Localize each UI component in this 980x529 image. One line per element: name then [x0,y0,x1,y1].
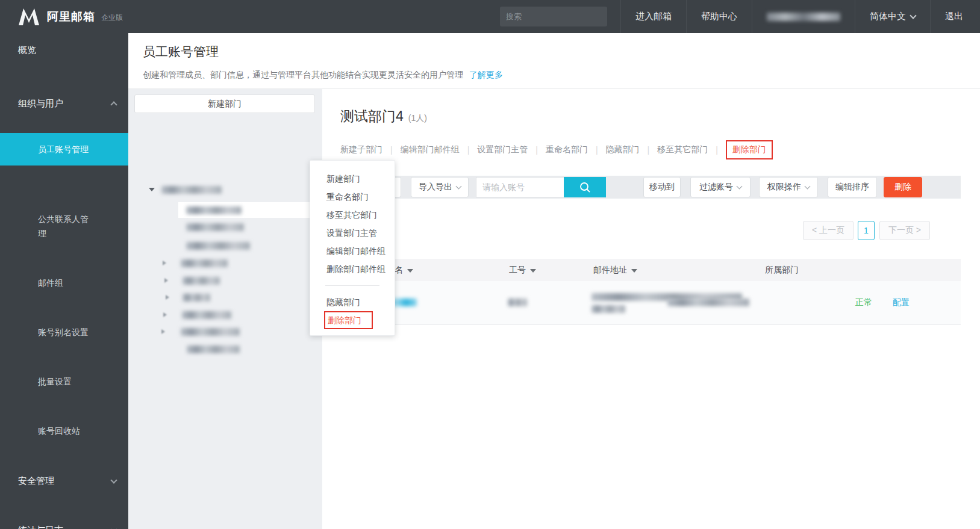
logo-badge: 企业版 [101,13,123,23]
sidebar-item-mail-groups[interactable]: 邮件组 [0,276,128,290]
account-search-button[interactable] [564,177,606,197]
topbar-search-input[interactable] [506,12,612,21]
tree-item[interactable] [164,273,220,288]
context-menu-divider [325,285,379,286]
status-badge: 正常 [855,297,872,308]
context-menu-item-edit-mailgroup[interactable]: 编辑部门邮件组 [310,242,395,260]
delete-button[interactable]: 删除 [884,177,922,197]
next-page-button[interactable]: 下一页 > [879,221,930,240]
help-center-button[interactable]: 帮助中心 [686,0,752,33]
topbar-nav: 进入邮箱 帮助中心 简体中文 退出 [620,0,978,33]
sidebar-item-employee-accounts[interactable]: 员工账号管理 [0,133,128,166]
row-email-redacted [591,305,625,313]
tree-item-selected[interactable] [178,202,322,218]
tree-label-redacted [161,186,222,194]
tree-label-redacted [182,311,231,319]
chevron-up-icon [110,101,117,108]
action-set-dept-manager[interactable]: 设置部门主管 [477,144,528,155]
member-count: (1人) [408,113,427,123]
chevron-down-icon [805,184,811,190]
chevron-down-icon [110,477,117,483]
filter-account-button[interactable]: 过滤账号 [690,177,751,197]
tree-label-redacted [186,223,244,231]
sort-icon[interactable] [530,269,536,273]
context-menu-item-new-dept[interactable]: 新建部门 [310,170,395,188]
sidebar-item-public-contacts[interactable]: 公共联系人管理 [0,212,128,241]
sidebar-item-alias-settings[interactable]: 账号别名设置 [0,325,128,339]
sidebar-item-batch-settings[interactable]: 批量设置 [0,374,128,389]
tree-item-root[interactable] [149,182,222,197]
tree-item[interactable] [161,324,240,339]
action-rename-dept[interactable]: 重命名部门 [546,144,588,155]
chevron-down-icon [910,12,916,19]
tree-collapse-icon[interactable] [161,329,165,334]
tree-item[interactable] [186,238,250,253]
tree-label-redacted [187,345,240,353]
tree-item[interactable] [163,255,228,271]
context-menu-item-hide-dept[interactable]: 隐藏部门 [310,293,395,311]
move-to-button[interactable]: 移动到 [643,177,681,197]
sidebar: 概览 组织与用户 员工账号管理 公共联系人管理 邮件组 账号别名设置 批量设置 … [0,33,128,529]
department-title: 测试部门4(1人) [340,107,427,126]
sidebar-item-recycle-bin[interactable]: 账号回收站 [0,424,128,438]
account-search-input[interactable] [476,177,564,197]
context-menu-item-delete-mailgroup[interactable]: 删除部门邮件组 [310,260,395,278]
tree-collapse-icon[interactable] [163,312,167,317]
tree-label-redacted [186,206,242,214]
logout-button[interactable]: 退出 [930,0,978,33]
search-icon [579,181,591,193]
chevron-down-icon [456,184,462,190]
chevron-down-icon [110,526,117,529]
action-delete-dept[interactable]: 删除部门 [726,140,773,159]
context-menu-item-move-dept[interactable]: 移至其它部门 [310,206,395,224]
tree-expand-icon[interactable] [149,188,155,191]
tree-collapse-icon[interactable] [166,295,169,300]
alimail-logo-icon [17,7,41,26]
new-department-button[interactable]: 新建部门 [134,94,315,113]
edit-sort-button[interactable]: 编辑排序 [828,177,877,197]
column-header-employee-id: 工号 [509,265,536,276]
tree-collapse-icon[interactable] [163,261,166,265]
tree-item[interactable] [187,341,240,357]
department-actions: 新建子部门| 编辑部门邮件组| 设置部门主管| 重命名部门| 隐藏部门| 移至其… [340,140,773,159]
topbar-search[interactable] [500,7,607,26]
tree-label-redacted [186,242,250,250]
current-page-button[interactable]: 1 [858,221,875,240]
sidebar-item-stats-logs[interactable]: 统计与日志 [0,523,128,529]
sidebar-item-security[interactable]: 安全管理 [0,474,128,488]
row-employee-id-redacted [508,299,527,306]
page-title: 员工账号管理 [143,43,219,60]
action-hide-dept[interactable]: 隐藏部门 [606,144,640,155]
tree-item[interactable] [166,289,210,305]
context-menu-item-set-manager[interactable]: 设置部门主管 [310,224,395,242]
tree-item[interactable] [163,307,231,323]
context-menu: 新建部门 重命名部门 移至其它部门 设置部门主管 编辑部门邮件组 删除部门邮件组… [310,160,395,336]
sidebar-item-overview[interactable]: 概览 [0,43,128,57]
tree-label-redacted [183,294,210,302]
context-menu-item-delete-dept[interactable]: 删除部门 [325,312,372,328]
logo: 阿里邮箱 企业版 [17,0,123,33]
sort-icon[interactable] [407,269,413,273]
language-selector[interactable]: 简体中文 [855,0,930,33]
account-name-redacted [767,13,840,21]
permission-button[interactable]: 权限操作 [759,177,818,197]
import-export-button[interactable]: 导入导出 [411,177,469,197]
prev-page-button[interactable]: < 上一页 [803,221,854,240]
context-menu-item-rename-dept[interactable]: 重命名部门 [310,188,395,206]
configure-link[interactable]: 配置 [893,297,910,308]
tree-item[interactable] [186,219,244,235]
tree-collapse-icon[interactable] [164,278,168,283]
account-name[interactable] [752,0,855,33]
tree-label-redacted [181,328,240,336]
action-new-subdept[interactable]: 新建子部门 [340,144,382,155]
topbar: 阿里邮箱 企业版 进入邮箱 帮助中心 简体中文 退出 [0,0,980,33]
sort-icon[interactable] [631,269,637,273]
row-department-redacted [667,299,749,306]
logo-title: 阿里邮箱 [47,9,95,25]
action-move-dept[interactable]: 移至其它部门 [657,144,708,155]
action-edit-dept-mailgroup[interactable]: 编辑部门邮件组 [401,144,460,155]
sidebar-item-org-users[interactable]: 组织与用户 [0,96,128,111]
app-root: 阿里邮箱 企业版 进入邮箱 帮助中心 简体中文 退出 概览 组织与用户 员工账号… [0,0,980,529]
enter-mailbox-button[interactable]: 进入邮箱 [620,0,686,33]
learn-more-link[interactable]: 了解更多 [469,70,503,79]
